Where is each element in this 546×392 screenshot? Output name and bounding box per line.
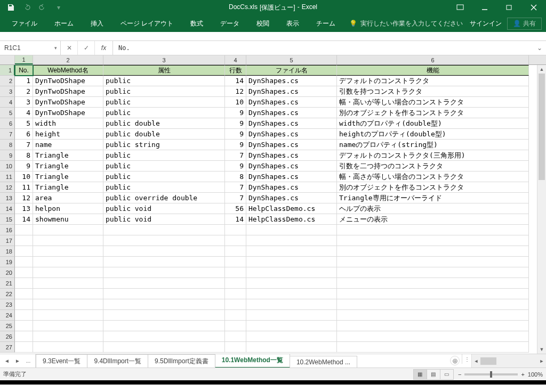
cell[interactable]: 4 — [15, 108, 33, 118]
cell[interactable]: No. — [15, 65, 33, 76]
cell[interactable] — [246, 267, 337, 278]
cell[interactable]: widthのプロパティ(double型) — [337, 118, 529, 129]
cell[interactable]: 13 — [15, 203, 33, 214]
cell[interactable] — [15, 278, 33, 289]
spreadsheet-grid[interactable]: 123456 1No.WebMethod名属性行数ファイル名機能21DynTwo… — [0, 55, 546, 354]
cell[interactable]: 10 — [15, 172, 33, 182]
column-header[interactable]: 5 — [246, 55, 337, 64]
cell[interactable] — [225, 331, 246, 342]
cell[interactable]: 行数 — [225, 65, 246, 76]
cell[interactable]: 引数を二つ持つのコンストラクタ — [337, 161, 529, 172]
cell[interactable]: 9 — [225, 161, 246, 172]
cell[interactable]: 9 — [225, 140, 246, 150]
cell[interactable] — [337, 289, 529, 299]
cell[interactable] — [225, 342, 246, 353]
cell[interactable] — [246, 225, 337, 235]
tell-me-search[interactable]: 💡 実行したい作業を入力してください — [349, 19, 463, 28]
zoom-slider[interactable] — [464, 373, 518, 375]
cell[interactable]: ヘルプの表示 — [337, 203, 529, 214]
cell[interactable]: 属性 — [103, 65, 225, 76]
cell[interactable]: デフォルトのコンストラクタ — [337, 76, 529, 86]
row-header[interactable]: 14 — [0, 203, 15, 214]
qat-customize-icon[interactable]: ▾ — [51, 1, 66, 14]
cell[interactable] — [337, 267, 529, 278]
cell[interactable] — [337, 299, 529, 310]
cell[interactable] — [15, 321, 33, 331]
cell[interactable] — [246, 310, 337, 321]
cell[interactable]: 7 — [225, 193, 246, 203]
cell[interactable]: 9 — [225, 118, 246, 129]
cell[interactable] — [337, 246, 529, 257]
cell[interactable]: public void — [103, 203, 225, 214]
cell[interactable]: 14 — [15, 214, 33, 225]
cell[interactable]: DynShapes.cs — [246, 172, 337, 182]
close-button[interactable] — [521, 0, 546, 15]
cell[interactable] — [15, 267, 33, 278]
cell[interactable]: DynShapes.cs — [246, 118, 337, 129]
row-header[interactable]: 5 — [0, 108, 15, 118]
column-header[interactable]: 4 — [225, 55, 246, 64]
cell[interactable]: DynTwoDShape — [33, 86, 103, 97]
sheet-tab[interactable]: 10.1WebMethod一覧 — [215, 354, 290, 368]
cell[interactable] — [246, 235, 337, 246]
cell[interactable]: area — [33, 193, 103, 203]
cell[interactable] — [15, 310, 33, 321]
cell[interactable]: public — [103, 97, 225, 108]
cell[interactable]: Triangle — [33, 172, 103, 182]
row-header[interactable]: 17 — [0, 235, 15, 246]
cell[interactable]: DynShapes.cs — [246, 108, 337, 118]
cell[interactable]: DynShapes.cs — [246, 150, 337, 161]
tab-home[interactable]: ホーム — [47, 16, 81, 31]
cell[interactable]: DynTwoDShape — [33, 76, 103, 86]
row-header[interactable]: 12 — [0, 182, 15, 193]
zoom-out-button[interactable]: − — [458, 371, 461, 378]
cell[interactable] — [225, 310, 246, 321]
cell[interactable] — [103, 246, 225, 257]
column-header[interactable]: 2 — [33, 55, 103, 64]
cell[interactable] — [103, 331, 225, 342]
cell[interactable]: デフォルトのコンストラクタ(三角形用) — [337, 150, 529, 161]
cell[interactable] — [246, 321, 337, 331]
vertical-scrollbar[interactable]: ▲ ▼ — [537, 65, 546, 354]
cell[interactable] — [225, 257, 246, 267]
row-header[interactable]: 26 — [0, 331, 15, 342]
cell[interactable] — [103, 289, 225, 299]
cell[interactable]: DynShapes.cs — [246, 76, 337, 86]
sign-in-link[interactable]: サインイン — [470, 19, 502, 28]
cell[interactable] — [103, 299, 225, 310]
cell[interactable]: public — [103, 86, 225, 97]
sheet-nav-prev-icon[interactable]: ◄ — [2, 356, 12, 366]
cell[interactable] — [337, 321, 529, 331]
cell[interactable]: DynShapes.cs — [246, 97, 337, 108]
cell[interactable] — [33, 321, 103, 331]
sheet-tab[interactable]: 9.4DllImport一覧 — [87, 354, 148, 368]
cell[interactable]: 9 — [225, 108, 246, 118]
cell[interactable] — [246, 246, 337, 257]
cell[interactable]: HelpClassDemo.cs — [246, 203, 337, 214]
cell[interactable] — [337, 235, 529, 246]
cell[interactable] — [33, 278, 103, 289]
cell[interactable] — [246, 299, 337, 310]
cell[interactable]: 56 — [225, 203, 246, 214]
cell[interactable] — [15, 289, 33, 299]
row-header[interactable]: 20 — [0, 267, 15, 278]
cell[interactable]: 2 — [15, 86, 33, 97]
tab-review[interactable]: 校閲 — [249, 16, 277, 31]
cell[interactable] — [225, 267, 246, 278]
row-header[interactable]: 1 — [0, 65, 15, 76]
cell[interactable]: 11 — [15, 182, 33, 193]
row-header[interactable]: 9 — [0, 150, 15, 161]
cell[interactable] — [225, 278, 246, 289]
row-header[interactable]: 15 — [0, 214, 15, 225]
tab-data[interactable]: データ — [213, 16, 247, 31]
cell[interactable] — [337, 225, 529, 235]
row-header[interactable]: 16 — [0, 225, 15, 235]
horizontal-scrollbar[interactable]: ◄ ► — [471, 354, 546, 368]
cell[interactable] — [15, 257, 33, 267]
cell[interactable]: showmenu — [33, 214, 103, 225]
cell[interactable]: 引数を持つコンストラクタ — [337, 86, 529, 97]
row-header[interactable]: 3 — [0, 86, 15, 97]
cell[interactable] — [337, 310, 529, 321]
cell[interactable]: width — [33, 118, 103, 129]
cell[interactable] — [15, 331, 33, 342]
